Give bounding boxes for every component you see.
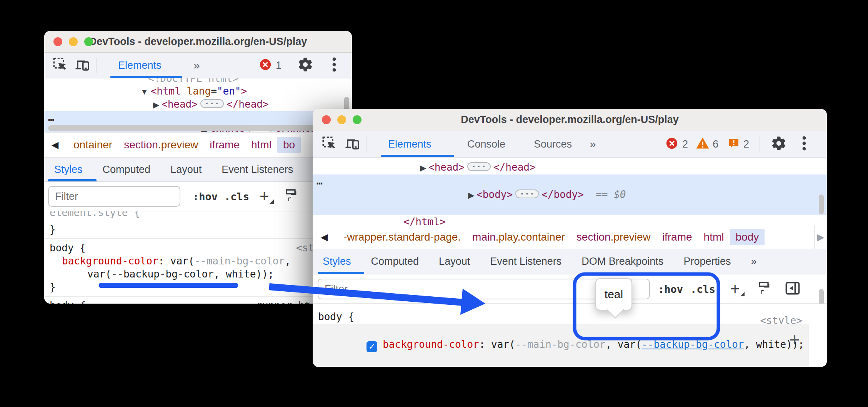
titlebar[interactable]: DevTools - developer.mozilla.org/en-US/p… [313,109,827,131]
dom-row-head[interactable]: ▶ <head>···</head> [313,161,827,174]
settings-gear-icon[interactable] [771,135,787,153]
tab-sources[interactable]: Sources [534,138,572,150]
error-badge-icon[interactable] [259,58,272,73]
breadcrumb-body-selected[interactable]: bo [277,137,301,153]
tab-computed[interactable]: Computed [103,164,151,176]
tab-event-listeners[interactable]: Event Listeners [222,164,293,176]
breadcrumb-main-play-container[interactable]: main.play.container [466,229,571,245]
close-window-button[interactable] [53,37,62,46]
breadcrumb-html[interactable]: html [698,229,730,245]
breadcrumb-section-preview[interactable]: section.preview [571,229,656,245]
tab-styles[interactable]: Styles [323,256,351,267]
dom-gutter-dots[interactable]: … [317,174,323,188]
toggle-hover-state-button[interactable]: :hov [193,191,218,203]
toggle-class-button[interactable]: .cls [224,191,249,203]
body-rule-close-brace[interactable]: } [313,366,827,367]
dom-tree-pane[interactable]: ▶ <head>···</head> …▶ <body>···</body> =… [313,158,827,226]
horizontal-scrollbar[interactable] [48,125,344,131]
new-style-rule-button[interactable]: + [730,283,740,295]
new-style-rule-button[interactable]: + [260,191,269,202]
dom-row-doctype[interactable]: <!DOCTYPE html> [44,78,352,85]
tab-elements[interactable]: Elements [118,60,162,71]
tab-layout[interactable]: Layout [439,256,470,267]
bottom-body-rule[interactable]: body {runner.ht [44,299,352,304]
tab-elements[interactable]: Elements [388,138,432,150]
body-rule-close-brace[interactable]: } [44,281,352,294]
more-tabs-icon[interactable]: » [590,138,595,151]
add-declaration-button[interactable]: + [789,329,800,350]
rule-close-brace[interactable]: } [44,223,352,236]
dom-row-html[interactable]: ▼ <html lang="en"> [44,85,352,98]
body-rule-selector[interactable]: body {<st [44,241,352,254]
code-token-arrow: ▼ [140,87,151,96]
warning-count: 6 [713,138,718,150]
selector-text: body { [50,300,86,304]
kebab-menu-icon[interactable] [802,136,806,153]
device-toolbar-icon[interactable] [74,56,90,74]
more-sidebar-tabs-icon[interactable]: » [751,256,756,267]
tab-console[interactable]: Console [467,138,505,150]
style-source-tag[interactable]: <st [296,241,314,254]
titlebar[interactable]: DevTools - developer.mozilla.org/en-US/p… [44,31,352,53]
tab-properties[interactable]: Properties [683,256,731,267]
breadcrumbs: ontainer section.preview iframe html bo [66,133,301,157]
more-tabs-icon[interactable]: » [193,59,199,72]
selector-text: body { [50,242,86,254]
warning-badge-icon[interactable] [696,136,710,152]
device-toolbar-icon[interactable] [344,135,360,153]
rule-element-style-clipped[interactable]: element.style { [44,211,352,223]
tab-layout[interactable]: Layout [170,164,202,176]
declaration-checkbox-checked[interactable]: ✓ [367,341,377,352]
toggle-sidebar-icon[interactable] [784,280,801,298]
zoom-window-button[interactable] [84,37,93,46]
toolbar-divider [760,136,760,152]
declaration-row-hovered[interactable]: ✓background-color: var(--main-bg-color, … [313,324,809,366]
rule-source-link[interactable]: runner.ht [256,299,310,304]
declaration-line-1[interactable]: background-color: var(--main-bg-color, [44,254,352,267]
tab-styles[interactable]: Styles [54,164,83,176]
breadcrumb-iframe[interactable]: iframe [204,137,245,153]
error-badge-icon[interactable] [665,137,678,151]
tab-computed[interactable]: Computed [371,256,419,267]
inspect-element-icon[interactable] [321,135,337,153]
settings-gear-icon[interactable] [297,56,313,74]
close-window-button[interactable] [322,115,331,124]
minimize-window-button[interactable] [337,115,346,124]
dom-row-html-close[interactable]: </html> [313,215,827,226]
issues-badge-icon[interactable] [728,137,740,151]
filter-input[interactable] [48,186,180,207]
breadcrumb-wrapper[interactable]: -wrapper.standard-page. [338,229,466,245]
code-token-tag: body [736,231,759,243]
dom-row-head[interactable]: ▶ <head>···</head> [44,98,352,111]
toggle-hover-state-button[interactable]: :hov [658,283,683,295]
dom-tree-pane[interactable]: <!DOCTYPE html> ▼ <html lang="en"> ▶ <he… [44,78,352,132]
code-token-tag: <head> [162,98,198,110]
body-rule-selector[interactable]: body {<style> [313,310,827,324]
breadcrumb-section-preview[interactable]: section.preview [118,137,204,153]
zoom-window-button[interactable] [353,115,362,124]
devtools-window-front: DevTools - developer.mozilla.org/en-US/p… [313,109,827,367]
tab-dom-breakpoints[interactable]: DOM Breakpoints [581,256,663,267]
breadcrumb-back-button[interactable]: ◀ [313,226,336,249]
breadcrumb-forward-button[interactable]: ▶ [814,226,827,249]
inspect-element-icon[interactable] [52,56,68,74]
code-token-eq: == [584,189,614,200]
breadcrumb-bar: ◀ -wrapper.standard-page. main.play.cont… [313,226,827,249]
kebab-menu-icon[interactable] [332,57,337,74]
toggle-class-button[interactable]: .cls [690,283,715,295]
vertical-scrollbar[interactable] [819,194,824,214]
rendering-brush-icon[interactable] [283,188,299,205]
code-token-tag: html [704,231,724,243]
rendering-brush-icon[interactable] [756,281,772,297]
breadcrumb-iframe[interactable]: iframe [656,229,698,245]
breadcrumb-body-selected[interactable]: body [730,229,765,245]
breadcrumb-container[interactable]: ontainer [68,137,118,153]
dom-row-body-selected[interactable]: …▶ <body>···</body> == $0 [313,174,827,215]
dom-gutter-dots[interactable]: … [48,111,54,124]
minimize-window-button[interactable] [69,37,78,46]
declaration-code[interactable]: background-color: var(--main-bg-color, v… [383,339,804,350]
tab-event-listeners[interactable]: Event Listeners [490,256,561,267]
breadcrumb-html[interactable]: html [245,137,277,153]
declaration-line-2[interactable]: var(--backup-bg-color, white)); [44,267,352,281]
breadcrumb-back-button[interactable]: ◀ [44,133,66,157]
